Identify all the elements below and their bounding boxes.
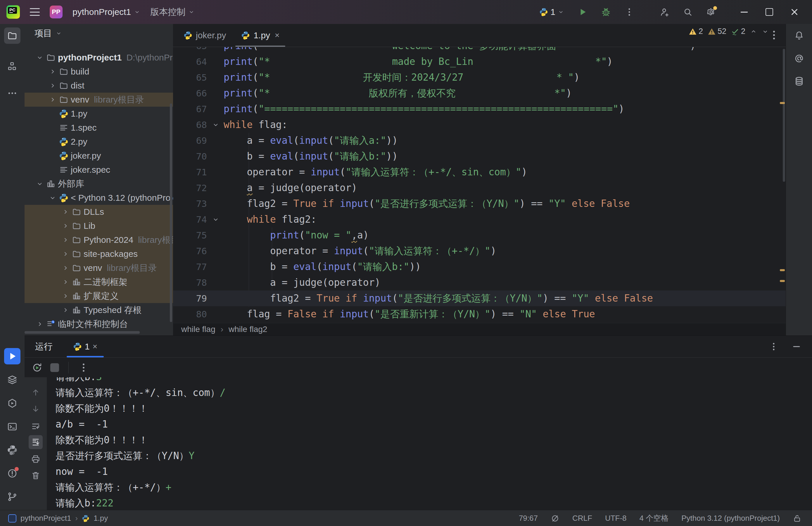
tree-item-pythonProject1[interactable]: pythonProject1D:\pythonProjec: [25, 50, 173, 64]
tree-item-二进制框架[interactable]: 二进制框架: [25, 275, 173, 289]
breadcrumb-item[interactable]: while flag2: [229, 325, 267, 334]
tree-item-dist[interactable]: dist: [25, 78, 173, 93]
line-number[interactable]: 75: [173, 227, 207, 243]
console-output[interactable]: 请输入b:3请输入运算符：（+-*/、sin、com）/除数不能为0！！！！a/…: [47, 377, 812, 510]
add-user-icon[interactable]: [659, 7, 669, 17]
scroll-to-end-icon[interactable]: [29, 435, 43, 449]
clear-console-icon[interactable]: [29, 468, 43, 482]
fold-chevron-icon[interactable]: [209, 117, 223, 133]
chevron-down-icon[interactable]: [34, 50, 45, 64]
database-icon[interactable]: [791, 73, 807, 89]
project-badge[interactable]: PP: [50, 5, 62, 18]
tree-item-扩展定义[interactable]: 扩展定义: [25, 289, 173, 303]
chevron-down-icon[interactable]: [34, 177, 45, 191]
window-minimize-button[interactable]: [738, 6, 750, 18]
tree-item-DLLs[interactable]: DLLs: [25, 205, 173, 219]
line-number[interactable]: 78: [173, 275, 207, 291]
line-number[interactable]: 63: [173, 47, 207, 54]
run-button[interactable]: [578, 7, 588, 17]
search-icon[interactable]: [683, 7, 693, 17]
tree-item-build[interactable]: build: [25, 64, 173, 78]
status-interpreter[interactable]: Python 3.12 (pythonProject1): [681, 514, 780, 523]
grammar-ok-count[interactable]: 2: [731, 27, 745, 36]
line-number[interactable]: 69: [173, 133, 207, 148]
tree-vertical-scrollbar[interactable]: [170, 103, 172, 322]
run-config-selector[interactable]: 1: [539, 7, 564, 17]
tree-horizontal-scrollbar[interactable]: [25, 331, 140, 334]
line-number[interactable]: 79: [173, 291, 207, 306]
tool-python-packages-button[interactable]: [4, 442, 20, 458]
tool-python-console-button[interactable]: [4, 395, 20, 411]
tool-vcs-button[interactable]: [4, 488, 20, 505]
window-close-button[interactable]: [788, 6, 800, 18]
line-number[interactable]: 72: [173, 180, 207, 196]
weak-warnings-count[interactable]: 52: [708, 27, 726, 36]
warning-stripe-mark[interactable]: [780, 102, 785, 104]
ai-assistant-icon[interactable]: [791, 50, 807, 67]
tool-more-button[interactable]: [4, 85, 20, 101]
lock-open-icon[interactable]: [793, 514, 801, 523]
status-encoding[interactable]: UTF-8: [605, 514, 627, 523]
tab-options-icon[interactable]: [768, 29, 780, 41]
tab-joker-py[interactable]: joker.py: [176, 24, 234, 47]
fold-chevron-icon[interactable]: [209, 211, 223, 227]
print-icon[interactable]: [29, 452, 43, 466]
code-editor[interactable]: 63print(" welcome to the 多功能计算器界面 ")64pr…: [173, 47, 786, 323]
tab-close-icon[interactable]: ×: [275, 31, 279, 40]
chevron-down-icon[interactable]: [47, 191, 58, 205]
tree-item-venv[interactable]: venvlibrary根目录: [25, 261, 173, 275]
chevron-right-icon[interactable]: [47, 78, 58, 93]
tool-structure-button[interactable]: [4, 58, 20, 74]
run-tab-close-icon[interactable]: ×: [93, 342, 97, 351]
line-number[interactable]: 73: [173, 196, 207, 211]
tool-services-button[interactable]: [4, 372, 20, 388]
main-menu-icon[interactable]: [30, 8, 40, 16]
more-actions-icon[interactable]: [624, 7, 634, 17]
line-number[interactable]: 68: [173, 117, 207, 133]
up-stacktrace-icon[interactable]: [29, 385, 43, 399]
status-project[interactable]: pythonProject1: [20, 514, 71, 523]
tree-item-Python-2024[interactable]: Python-2024library根目录: [25, 233, 173, 247]
debug-button[interactable]: [601, 7, 611, 17]
tree-item-1.spec[interactable]: 1.spec: [25, 121, 173, 135]
chevron-right-icon[interactable]: [60, 289, 71, 303]
line-number[interactable]: 71: [173, 164, 207, 180]
tree-item-外部库[interactable]: 外部库: [25, 177, 173, 191]
proofread-icon[interactable]: [551, 514, 560, 523]
run-tab-1[interactable]: 1 ×: [66, 336, 105, 357]
prev-problem-icon[interactable]: [750, 28, 757, 35]
tool-problems-button[interactable]: [4, 465, 20, 482]
notifications-bell-icon[interactable]: [791, 28, 807, 44]
chevron-right-icon[interactable]: [34, 317, 45, 331]
tree-item-1.py[interactable]: 1.py: [25, 107, 173, 121]
down-stacktrace-icon[interactable]: [29, 402, 43, 416]
warnings-count[interactable]: 2: [688, 27, 703, 36]
status-line-ending[interactable]: CRLF: [572, 514, 592, 523]
line-number[interactable]: 65: [173, 70, 207, 85]
chevron-right-icon[interactable]: [60, 205, 71, 219]
editor-scrollbar[interactable]: [783, 49, 785, 182]
tree-item-Lib[interactable]: Lib: [25, 219, 173, 233]
tree-item-Typeshed 存根[interactable]: Typeshed 存根: [25, 303, 173, 317]
chevron-right-icon[interactable]: [60, 233, 71, 247]
tree-item-joker.py[interactable]: joker.py: [25, 149, 173, 163]
chevron-down-icon[interactable]: [56, 30, 62, 36]
window-maximize-button[interactable]: [764, 6, 775, 18]
run-options-icon[interactable]: [769, 341, 779, 352]
line-number[interactable]: 66: [173, 85, 207, 101]
chevron-right-icon[interactable]: [47, 64, 58, 78]
vcs-selector[interactable]: 版本控制: [150, 6, 195, 18]
status-file[interactable]: 1.py: [93, 514, 108, 523]
tool-project-button[interactable]: [4, 28, 20, 44]
tab-1-py[interactable]: 1.py ×: [234, 24, 287, 47]
stop-button[interactable]: [50, 363, 59, 372]
line-number[interactable]: 74: [173, 211, 207, 227]
chevron-right-icon[interactable]: [60, 303, 71, 317]
tree-item-< Python 3.12 (pythonProject1[interactable]: < Python 3.12 (pythonProject1: [25, 191, 173, 205]
hide-panel-icon[interactable]: [792, 341, 801, 352]
line-number[interactable]: 77: [173, 259, 207, 275]
warning-stripe-mark[interactable]: [780, 269, 785, 271]
tree-item-joker.spec[interactable]: joker.spec: [25, 163, 173, 177]
chevron-right-icon[interactable]: [60, 261, 71, 275]
rerun-button[interactable]: [32, 362, 43, 373]
